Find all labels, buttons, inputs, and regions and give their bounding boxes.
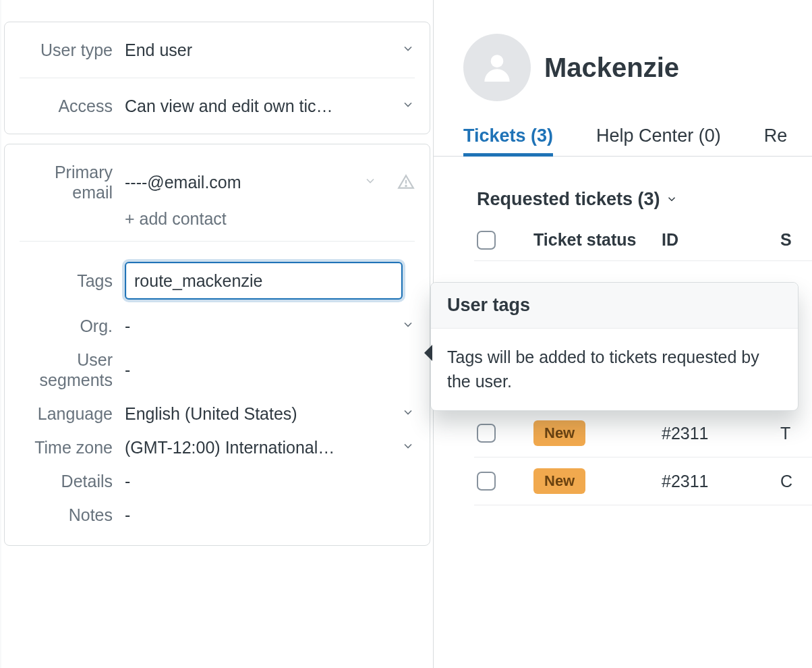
row-checkbox[interactable] [477,424,496,443]
select-all-checkbox[interactable] [477,231,496,250]
access-row[interactable]: Access Can view and edit own tic… [5,78,430,134]
time-zone-value: (GMT-12:00) International… [125,438,335,457]
table-row[interactable]: New #2311 T [474,410,812,457]
tags-label: Tags [20,271,125,291]
user-segments-row: User segments - [5,343,430,397]
chevron-down-icon[interactable] [401,42,415,58]
notes-value: - [125,505,130,525]
ticket-id: #2311 [662,424,780,443]
svg-point-2 [491,55,504,67]
tooltip-body: Tags will be added to tickets requested … [431,329,798,410]
chevron-down-icon[interactable] [666,189,678,210]
user-tags-tooltip: User tags Tags will be added to tickets … [430,282,799,411]
tooltip-title: User tags [431,283,798,329]
tooltip-arrow-icon [424,345,432,361]
user-properties-panel: User type End user Access Can view and e… [1,0,433,549]
primary-email-label: Primary email [20,162,125,202]
chevron-down-icon[interactable] [364,174,377,190]
user-type-value: End user [125,40,192,60]
notes-label: Notes [20,505,125,525]
avatar [463,34,531,101]
tab-tickets[interactable]: Tickets (3) [463,126,553,157]
tab-help-center[interactable]: Help Center (0) [596,126,721,156]
column-id[interactable]: ID [662,230,780,250]
chevron-down-icon[interactable] [401,98,415,114]
details-value: - [125,472,130,491]
language-label: Language [20,403,125,424]
time-zone-label: Time zone [20,437,125,457]
status-badge: New [533,420,585,446]
requested-tickets-heading[interactable]: Requested tickets (3) [434,189,812,210]
table-row[interactable]: New #2311 C [474,457,812,505]
language-value: English (United States) [125,404,297,424]
user-segments-value: - [125,360,130,380]
time-zone-row[interactable]: Time zone (GMT-12:00) International… [5,430,430,464]
user-segments-label: User segments [20,350,125,390]
ticket-subject: C [780,472,812,491]
chevron-down-icon[interactable] [401,439,415,455]
profile-header: Mackenzie [434,0,812,101]
status-badge: New [533,468,585,494]
details-label: Details [20,471,125,491]
access-label: Access [20,96,125,116]
chevron-down-icon[interactable] [401,318,415,334]
language-row[interactable]: Language English (United States) [5,397,430,430]
person-icon [478,49,516,86]
row-checkbox[interactable] [477,472,496,491]
tabs: Tickets (3) Help Center (0) Re [434,126,812,157]
user-identity-card: User type End user Access Can view and e… [4,22,430,134]
tab-related[interactable]: Re [764,126,788,156]
column-s[interactable]: S [780,230,812,250]
profile-name: Mackenzie [544,53,679,83]
org-label: Org. [20,316,125,336]
notes-row[interactable]: Notes - [5,498,430,545]
primary-email-row[interactable]: Primary email ----@email.com [5,144,430,209]
warning-icon [397,173,415,191]
tags-row: Tags [5,242,430,309]
user-type-label: User type [20,40,125,60]
column-status[interactable]: Ticket status [533,230,662,250]
user-details-card: Primary email ----@email.com + add conta… [4,144,430,546]
chevron-down-icon[interactable] [401,406,415,422]
primary-email-value: ----@email.com [125,173,241,192]
tickets-table-head: Ticket status ID S [474,219,812,261]
details-row[interactable]: Details - [5,464,430,498]
add-contact-link[interactable]: + add contact [125,209,227,229]
svg-point-1 [405,186,406,186]
ticket-subject: T [780,424,812,443]
access-value: Can view and edit own tic… [125,96,332,116]
org-row[interactable]: Org. - [5,309,430,343]
user-type-row[interactable]: User type End user [5,22,430,78]
ticket-id: #2311 [662,472,780,491]
org-value: - [125,316,130,336]
tags-input[interactable] [125,262,403,300]
requested-tickets-label: Requested tickets (3) [477,189,660,210]
